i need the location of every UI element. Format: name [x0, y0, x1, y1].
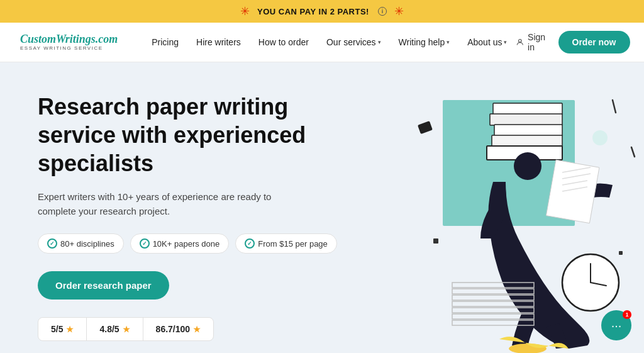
ratings-bar: 5/5 ★ 4.8/5 ★ 86.7/100 ★ [38, 317, 214, 341]
check-icon-3: ✓ [245, 238, 255, 249]
svg-rect-8 [494, 125, 562, 136]
header-actions: Sign in Order now [516, 31, 630, 53]
user-icon [516, 36, 525, 48]
top-banner: ✳ YOU CAN PAY IN 2 PARTS! i ✳ [0, 0, 644, 23]
sign-in-button[interactable]: Sign in [516, 32, 548, 52]
hero-description: Expert writers with 10+ years of experie… [38, 190, 289, 218]
hero-badges: ✓ 80+ disciplines ✓ 10K+ papers done ✓ F… [38, 233, 365, 254]
svg-line-4 [613, 100, 616, 113]
header: CustomWritings.com ESSAY WRITING SERVICE… [0, 23, 644, 62]
our-services-chevron: ▾ [378, 39, 381, 45]
svg-rect-9 [492, 135, 562, 147]
svg-point-11 [514, 152, 541, 180]
hero-section: Research paper writing service with expe… [0, 62, 644, 353]
svg-rect-6 [493, 103, 562, 115]
svg-rect-7 [490, 114, 562, 125]
banner-star-left: ✳ [240, 4, 250, 18]
chat-notification-badge: 1 [623, 310, 631, 319]
banner-star-right: ✳ [394, 4, 404, 18]
nav-about-us[interactable]: About us ▾ [458, 23, 516, 62]
nav-how-to-order[interactable]: How to order [250, 23, 318, 62]
svg-rect-29 [619, 251, 623, 255]
logo-sub: ESSAY WRITING SERVICE [20, 45, 118, 51]
nav-pricing[interactable]: Pricing [143, 23, 187, 62]
star-icon-1: ★ [66, 325, 74, 334]
svg-rect-2 [418, 121, 433, 134]
chat-icon: ··· [611, 318, 622, 333]
order-research-paper-button[interactable]: Order research paper [38, 271, 169, 300]
hero-title: Research paper writing service with expe… [38, 92, 365, 177]
svg-rect-28 [433, 238, 438, 244]
check-icon-1: ✓ [47, 238, 57, 249]
star-icon-2: ★ [123, 325, 130, 334]
star-icon-3: ★ [193, 325, 201, 334]
nav-writing-help[interactable]: Writing help ▾ [390, 23, 459, 62]
badge-papers-done: ✓ 10K+ papers done [130, 233, 230, 254]
nav-our-services[interactable]: Our services ▾ [318, 23, 390, 62]
rating-item-1: 5/5 ★ [38, 318, 87, 340]
chat-bubble-button[interactable]: ··· 1 [601, 310, 631, 340]
svg-point-3 [592, 130, 608, 145]
about-us-chevron: ▾ [504, 39, 507, 45]
svg-rect-12 [546, 160, 599, 223]
banner-text: YOU CAN PAY IN 2 PARTS! [257, 7, 369, 16]
info-icon[interactable]: i [378, 7, 387, 16]
svg-line-5 [631, 147, 635, 157]
svg-point-0 [519, 39, 522, 42]
badge-disciplines: ✓ 80+ disciplines [38, 233, 124, 254]
rating-item-2: 4.8/5 ★ [87, 318, 143, 340]
writing-help-chevron: ▾ [447, 39, 450, 45]
rating-item-3: 86.7/100 ★ [143, 318, 214, 340]
main-nav: Pricing Hire writers How to order Our se… [143, 23, 516, 62]
logo-text: CustomWritings.com [20, 33, 118, 46]
hero-illustration [342, 62, 644, 353]
badge-price: ✓ From $15 per page [235, 233, 337, 254]
order-now-button[interactable]: Order now [558, 31, 630, 53]
nav-hire-writers[interactable]: Hire writers [187, 23, 250, 62]
check-icon-2: ✓ [140, 238, 150, 249]
hero-content: Research paper writing service with expe… [38, 92, 365, 341]
logo[interactable]: CustomWritings.com ESSAY WRITING SERVICE [20, 33, 118, 52]
